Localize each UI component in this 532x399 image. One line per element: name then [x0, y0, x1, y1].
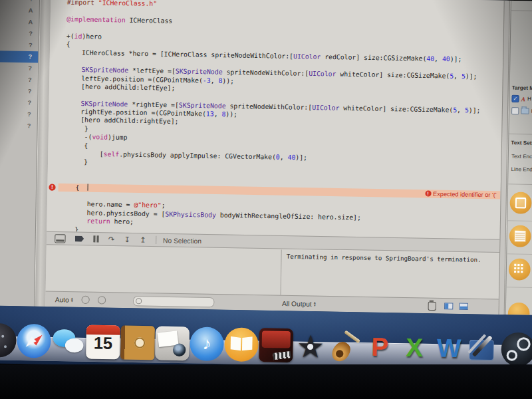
xcode-window: ?AA????????? #import "ICHeroClass.h"@imp… [0, 0, 532, 315]
text-encoding-label: Text Enco [511, 153, 532, 160]
table-view-icon [509, 225, 531, 247]
source-status-badge: ? [28, 76, 32, 83]
variables-option-icon[interactable] [97, 296, 105, 304]
popup-arrows-icon: ▴▾ [71, 297, 73, 302]
desktop-wallpaper: 15♪★PXW [0, 306, 532, 373]
navigator-row[interactable]: ? [0, 27, 39, 39]
source-status-badge: ? [29, 0, 33, 3]
code-lines: #import "ICHeroClass.h"@implementation I… [47, 0, 504, 239]
console-view[interactable]: Terminating in response to SpringBoard's… [282, 249, 500, 299]
variables-view[interactable] [46, 245, 282, 295]
xcode-icon[interactable] [466, 332, 501, 366]
popup-arrows-icon: ▴▾ [314, 301, 316, 307]
calendar-icon[interactable]: 15 [86, 325, 120, 360]
step-out-icon[interactable]: ↥ [140, 236, 146, 243]
navigator-row[interactable]: ? [0, 51, 39, 63]
debug-area: Terminating in response to SpringBoard's… [46, 245, 499, 299]
error-badge-icon[interactable]: ! [49, 184, 55, 190]
error-badge-icon: ! [425, 190, 431, 196]
launchpad-icon[interactable] [0, 323, 17, 358]
panel-divider [508, 184, 532, 185]
itunes-icon[interactable]: ♪ [190, 327, 224, 361]
utilities-panel: Target M ✓ A H He Text Settin Text Enco … [505, 1, 532, 315]
folder-icon [521, 108, 529, 114]
excel-icon[interactable]: X [397, 331, 432, 365]
target-membership-header: Target M [512, 84, 532, 91]
target-row[interactable]: ✓ A H [511, 95, 531, 103]
library-list: VithavieTabcontviewCollecontrocollecti [506, 188, 532, 288]
breakpoints-toggle-icon[interactable] [75, 235, 84, 241]
source-status-badge: ? [28, 65, 32, 71]
line-endings-label: Line Endi [511, 166, 532, 173]
console-pane-toggle-icon[interactable] [459, 303, 467, 310]
source-status-badge: ? [27, 111, 31, 118]
macbook-screen: ?AA????????? #import "ICHeroClass.h"@imp… [0, 0, 532, 373]
powerpoint-icon[interactable]: P [362, 330, 397, 364]
source-status-badge: ? [27, 122, 31, 129]
checkbox-unchecked-icon[interactable] [511, 107, 519, 114]
source-status-badge: ? [28, 88, 32, 94]
source-editor[interactable]: #import "ICHeroClass.h"@implementation I… [47, 0, 504, 239]
navigator-row[interactable]: A [0, 5, 39, 17]
library-item-partial[interactable] [508, 303, 530, 315]
messages-icon[interactable] [51, 325, 86, 359]
contacts-icon[interactable] [120, 326, 155, 360]
source-status-badge: A [29, 7, 33, 14]
pause-icon[interactable] [93, 235, 98, 242]
error-message[interactable]: !Expected identifier or '(' [425, 190, 497, 198]
garageband-icon[interactable] [328, 329, 362, 364]
source-status-badge: ? [29, 53, 33, 60]
screen-photo: ?AA????????? #import "ICHeroClass.h"@imp… [0, 0, 532, 399]
source-status-badge: A [28, 19, 33, 25]
panel-divider [511, 10, 532, 11]
toolbar-divider [156, 236, 156, 244]
navigator-row[interactable]: ? [0, 85, 38, 97]
navigator-row[interactable]: ? [0, 39, 39, 51]
project-navigator[interactable]: ?AA????????? [0, 0, 40, 307]
console-output: Terminating in response to SpringBoard's… [282, 249, 499, 267]
variables-scope-selector[interactable]: Auto ▴▾ [55, 295, 73, 303]
navigator-row[interactable]: ? [0, 97, 37, 109]
collection-view-icon [509, 259, 531, 281]
variables-filter-field[interactable] [132, 295, 214, 307]
step-over-icon[interactable]: ↷ [108, 235, 115, 243]
library-item[interactable]: Tabcontview [507, 221, 532, 255]
text-cursor [87, 184, 88, 190]
object-library: VithavieTabcontviewCollecontrocollecti [506, 188, 532, 315]
navigator-row[interactable]: ? [0, 108, 37, 120]
navigator-row[interactable]: ? [0, 120, 37, 132]
panel-divider [509, 134, 532, 135]
safari-icon[interactable] [17, 324, 51, 358]
imovie-icon[interactable] [259, 328, 293, 362]
navigator-row[interactable]: A [0, 16, 39, 28]
imovie-star-icon[interactable]: ★ [293, 329, 328, 363]
navigator-row[interactable]: ? [0, 74, 38, 86]
text-settings-header: Text Settin [511, 140, 532, 146]
calendar-day: 15 [86, 333, 120, 353]
view-icon [509, 192, 531, 214]
source-status-badge: ? [29, 42, 33, 49]
steam-icon[interactable] [501, 332, 532, 367]
checkbox-checked-icon[interactable]: ✓ [511, 95, 519, 102]
console-scope-selector[interactable]: All Output ▴▾ [282, 299, 316, 307]
library-item[interactable]: Collecontrocollecti [506, 254, 532, 288]
target-row[interactable]: He [511, 107, 532, 115]
jump-bar-selection: No Selection [163, 236, 201, 244]
hide-debug-area-icon[interactable] [55, 234, 66, 243]
step-into-icon[interactable]: ↧ [124, 235, 130, 243]
ibooks-icon[interactable] [224, 327, 259, 362]
app-target-icon: A [521, 95, 525, 102]
word-icon[interactable]: W [432, 331, 466, 366]
clear-console-icon[interactable] [428, 301, 436, 310]
source-status-badge: ? [29, 30, 33, 37]
library-item[interactable]: Vithavie [507, 188, 532, 221]
navigator-row[interactable]: ? [0, 63, 38, 74]
laptop-bezel [0, 364, 532, 399]
iphoto-icon[interactable] [155, 326, 190, 360]
source-status-badge: ? [27, 99, 31, 106]
variables-pane-toggle-icon[interactable] [444, 303, 453, 309]
variables-option-icon[interactable] [81, 296, 89, 304]
